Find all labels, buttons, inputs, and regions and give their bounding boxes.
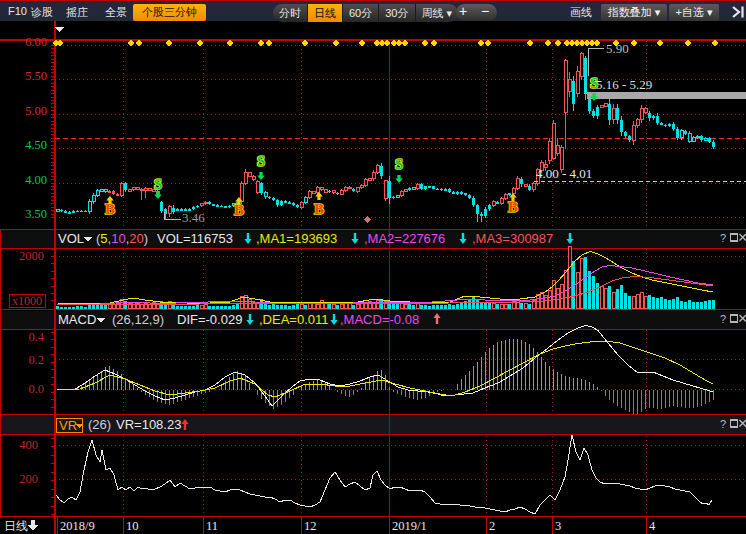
svg-text:S: S bbox=[257, 153, 265, 169]
svg-text:5.16 - 5.29: 5.16 - 5.29 bbox=[596, 77, 652, 92]
svg-text:B: B bbox=[314, 201, 324, 217]
svg-text:?: ? bbox=[720, 418, 726, 430]
svg-text:3.46: 3.46 bbox=[182, 210, 205, 225]
svg-text:B: B bbox=[234, 202, 244, 218]
svg-text:0.2: 0.2 bbox=[28, 353, 44, 367]
svg-text:VR: VR bbox=[59, 418, 77, 433]
svg-text:(26,12,9): (26,12,9) bbox=[112, 312, 164, 327]
svg-text:,DEA=0.011: ,DEA=0.011 bbox=[259, 312, 329, 327]
svg-text:12: 12 bbox=[304, 519, 317, 533]
svg-text:3.50: 3.50 bbox=[25, 207, 47, 221]
svg-text:,MACD=-0.08: ,MACD=-0.08 bbox=[340, 312, 419, 327]
svg-text:4.50: 4.50 bbox=[25, 138, 47, 152]
svg-text:VOL=116753: VOL=116753 bbox=[157, 231, 233, 246]
svg-text:DIF=-0.029: DIF=-0.029 bbox=[177, 312, 242, 327]
svg-text:,MA1=193693: ,MA1=193693 bbox=[256, 231, 337, 246]
svg-text:6.00: 6.00 bbox=[25, 35, 47, 49]
svg-text:4.00 - 4.01: 4.00 - 4.01 bbox=[536, 166, 592, 181]
svg-text:2000: 2000 bbox=[19, 249, 44, 263]
svg-text:4.00: 4.00 bbox=[25, 173, 47, 187]
svg-text:11: 11 bbox=[206, 519, 218, 533]
svg-text:2019/1: 2019/1 bbox=[392, 519, 427, 533]
svg-text:(26): (26) bbox=[88, 417, 111, 432]
svg-text:10: 10 bbox=[126, 519, 139, 533]
svg-text:B: B bbox=[105, 201, 115, 217]
svg-text:2: 2 bbox=[489, 519, 495, 533]
svg-text:4: 4 bbox=[649, 519, 656, 533]
svg-text:MACD: MACD bbox=[58, 312, 96, 327]
svg-text:5.00: 5.00 bbox=[25, 104, 47, 118]
svg-text:5.50: 5.50 bbox=[25, 69, 47, 83]
svg-text:0.4: 0.4 bbox=[28, 330, 44, 344]
svg-text:S: S bbox=[395, 156, 403, 172]
svg-text:200: 200 bbox=[19, 472, 38, 486]
svg-text:,MA2=227676: ,MA2=227676 bbox=[364, 231, 445, 246]
svg-text:日线: 日线 bbox=[4, 519, 28, 533]
svg-text:,MA3=300987: ,MA3=300987 bbox=[472, 231, 553, 246]
svg-text:0.0: 0.0 bbox=[28, 382, 44, 396]
svg-text:VR=108.23: VR=108.23 bbox=[116, 417, 181, 432]
svg-text:400: 400 bbox=[19, 438, 38, 452]
svg-text:B: B bbox=[508, 199, 518, 215]
svg-text:?: ? bbox=[720, 232, 726, 244]
svg-text:2018/9: 2018/9 bbox=[60, 519, 95, 533]
svg-text:?: ? bbox=[720, 313, 726, 325]
svg-text:VOL: VOL bbox=[58, 231, 84, 246]
svg-text:S: S bbox=[154, 176, 162, 192]
svg-text:(5,10,20): (5,10,20) bbox=[96, 231, 148, 246]
svg-text:x1000: x1000 bbox=[12, 294, 42, 308]
svg-text:3: 3 bbox=[555, 519, 561, 533]
svg-text:S: S bbox=[590, 75, 598, 91]
